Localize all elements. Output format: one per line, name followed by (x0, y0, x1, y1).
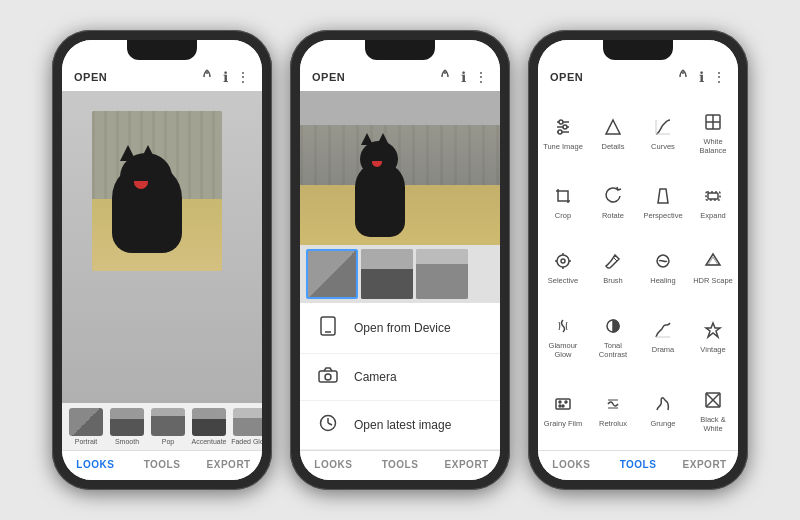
tool-label-vintage: Vintage (700, 345, 725, 354)
open-latest[interactable]: Open latest image (300, 401, 500, 450)
screen2-thumb-1[interactable] (306, 249, 358, 299)
phone-3: OPEN ℹ ⋮ (528, 30, 748, 490)
svg-point-40 (565, 401, 567, 403)
screen2-thumb-2[interactable] (361, 249, 413, 299)
tune-image-icon (553, 115, 573, 139)
tool-tonal-contrast[interactable]: Tonal Contrast (588, 298, 638, 372)
tool-label-expand: Expand (700, 211, 725, 220)
tool-details[interactable]: Details (588, 95, 638, 169)
main-image-1 (62, 91, 262, 403)
tool-healing[interactable]: Healing (638, 234, 688, 299)
svg-point-9 (682, 72, 684, 74)
thumb-accentuate[interactable]: Accentuate (191, 408, 227, 445)
nav-export-2[interactable]: EXPORT (433, 451, 500, 480)
selective-icon (553, 249, 573, 273)
thumb-img-accentuate (192, 408, 226, 436)
nav-looks-2[interactable]: LOOKS (300, 451, 367, 480)
tool-curves[interactable]: Curves (638, 95, 688, 169)
brush-icon (603, 249, 623, 273)
perspective-icon (653, 184, 673, 208)
info-icon-3[interactable]: ℹ (699, 69, 704, 85)
nav-export-3[interactable]: EXPORT (671, 451, 738, 480)
grunge-icon (653, 392, 673, 416)
tool-selective[interactable]: Selective (538, 234, 588, 299)
tool-label-curves: Curves (651, 142, 675, 151)
tool-grainy-film[interactable]: Grainy Film (538, 372, 588, 446)
nav-looks-3[interactable]: LOOKS (538, 451, 605, 480)
tool-drama[interactable]: Drama (638, 298, 688, 372)
phone-2: OPEN ℹ ⋮ (290, 30, 510, 490)
more-icon-3[interactable]: ⋮ (712, 69, 726, 85)
svg-line-31 (613, 257, 617, 261)
nav-tools-3[interactable]: TOOLS (605, 451, 672, 480)
cat-image-inner-1 (92, 111, 222, 271)
tool-brush[interactable]: Brush (588, 234, 638, 299)
glamour-glow-icon (553, 314, 573, 338)
svg-marker-16 (606, 120, 620, 134)
thumb-smooth[interactable]: Smooth (109, 408, 145, 445)
tool-expand[interactable]: Expand (688, 169, 738, 234)
nav-tools-1[interactable]: TOOLS (129, 451, 196, 480)
tool-grunge[interactable]: Grunge (638, 372, 688, 446)
svg-marker-22 (658, 189, 668, 203)
thumb-pop[interactable]: Pop (150, 408, 186, 445)
open-menu: Open from Device Camera (300, 303, 500, 450)
thumb-portrait[interactable]: Portrait (68, 408, 104, 445)
info-icon-2[interactable]: ℹ (461, 69, 466, 85)
tool-perspective[interactable]: Perspective (638, 169, 688, 234)
more-icon-1[interactable]: ⋮ (236, 69, 250, 85)
top-bar-icons-3: ℹ ⋮ (675, 68, 726, 85)
svg-point-26 (561, 259, 565, 263)
screen2-thumb-3[interactable] (416, 249, 468, 299)
open-from-device[interactable]: Open from Device (300, 303, 500, 354)
svg-point-14 (563, 125, 567, 129)
thumb-fadedglow[interactable]: Faded Glow (232, 408, 262, 445)
more-icon-2[interactable]: ⋮ (474, 69, 488, 85)
open-latest-label: Open latest image (354, 418, 451, 432)
clock-icon (318, 414, 338, 436)
open-label-2: OPEN (312, 71, 345, 83)
nav-export-1[interactable]: EXPORT (195, 451, 262, 480)
svg-marker-32 (706, 254, 720, 265)
svg-point-0 (206, 72, 208, 74)
nav-tools-2[interactable]: TOOLS (367, 451, 434, 480)
thumb-img-pop (151, 408, 185, 436)
bottom-nav-2: LOOKS TOOLS EXPORT (300, 450, 500, 480)
tool-white-balance[interactable]: White Balance (688, 95, 738, 169)
tool-label-grainy: Grainy Film (544, 419, 582, 428)
phone-2-screen: OPEN ℹ ⋮ (300, 40, 500, 480)
tool-label-tune: Tune Image (543, 142, 583, 151)
tool-crop[interactable]: Crop (538, 169, 588, 234)
nav-looks-1[interactable]: LOOKS (62, 451, 129, 480)
white-balance-icon (703, 110, 723, 134)
open-camera[interactable]: Camera (300, 354, 500, 401)
phone-2-notch (365, 40, 435, 60)
tool-label-selective: Selective (548, 276, 578, 285)
tool-black-white[interactable]: Black & White (688, 372, 738, 446)
tool-label-hdr: HDR Scape (693, 276, 733, 285)
tool-tune-image[interactable]: Tune Image (538, 95, 588, 169)
rotate-icon (603, 184, 623, 208)
svg-rect-24 (708, 193, 718, 199)
tool-label-crop: Crop (555, 211, 571, 220)
thumb-img-fadedglow (233, 408, 262, 436)
tool-glamour-glow[interactable]: Glamour Glow (538, 298, 588, 372)
tool-rotate[interactable]: Rotate (588, 169, 638, 234)
tool-label-wb: White Balance (692, 137, 734, 155)
svg-point-39 (562, 405, 564, 407)
phone-1: OPEN ℹ ⋮ (52, 30, 272, 490)
open-device-label: Open from Device (354, 321, 451, 335)
info-icon-1[interactable]: ℹ (223, 69, 228, 85)
photo-inner-2 (300, 125, 500, 245)
thumb-img-portrait (69, 408, 103, 436)
expand-icon (703, 184, 723, 208)
tool-retrolux[interactable]: Retrolux (588, 372, 638, 446)
phone-3-screen: OPEN ℹ ⋮ (538, 40, 738, 480)
tool-hdr-scape[interactable]: HDR Scape (688, 234, 738, 299)
tool-vintage[interactable]: Vintage (688, 298, 738, 372)
tool-label-glamour: Glamour Glow (542, 341, 584, 359)
vintage-icon (703, 318, 723, 342)
top-bar-icons-2: ℹ ⋮ (437, 68, 488, 85)
camera-icon (318, 367, 338, 387)
cat-photo-1 (62, 91, 262, 403)
